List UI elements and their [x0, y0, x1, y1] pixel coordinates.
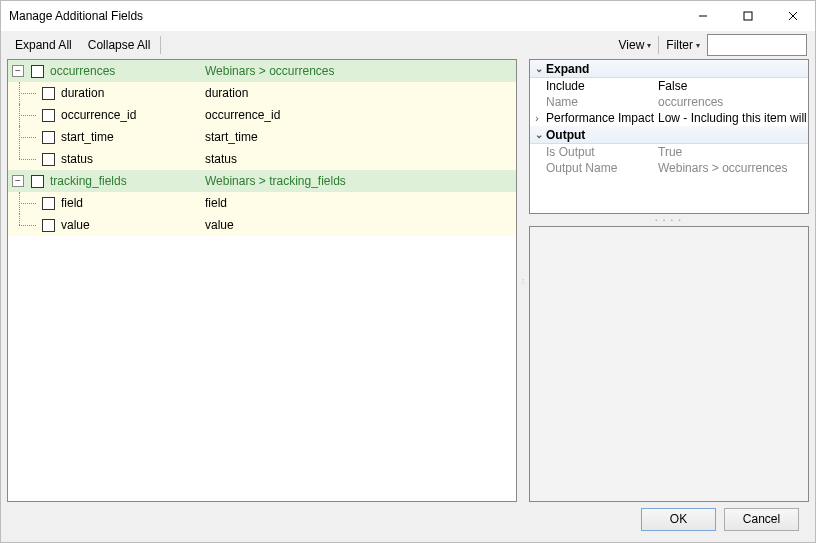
- checkbox[interactable]: [42, 109, 55, 122]
- window-controls: [680, 1, 815, 31]
- dialog-footer: OK Cancel: [7, 502, 809, 536]
- view-dropdown[interactable]: View ▾: [616, 35, 655, 55]
- checkbox[interactable]: [42, 219, 55, 232]
- property-grid[interactable]: ⌄ Expand Include False Name occurrences: [529, 59, 809, 214]
- collapse-all-button[interactable]: Collapse All: [82, 35, 157, 55]
- tree-group-occurrences[interactable]: − occurrences Webinars > occurrences: [8, 60, 516, 82]
- ok-button[interactable]: OK: [641, 508, 716, 531]
- maximize-icon: [743, 11, 753, 21]
- property-row-output-name[interactable]: Output Name Webinars > occurrences: [530, 160, 808, 176]
- filter-label: Filter: [666, 38, 693, 52]
- tree-item-label: field: [61, 196, 83, 210]
- property-value: occurrences: [656, 95, 808, 109]
- horizontal-splitter[interactable]: • • • •: [529, 218, 809, 222]
- chevron-down-icon[interactable]: ⌄: [532, 129, 546, 140]
- checkbox[interactable]: [31, 175, 44, 188]
- filter-dropdown[interactable]: Filter ▾: [663, 35, 703, 55]
- property-section-output[interactable]: ⌄ Output: [530, 126, 808, 144]
- tree-item-label: status: [61, 152, 93, 166]
- dialog-manage-additional-fields: Manage Additional Fields Expand All Coll…: [0, 0, 816, 543]
- minimize-button[interactable]: [680, 1, 725, 31]
- checkbox[interactable]: [42, 153, 55, 166]
- tree-item-status[interactable]: status status: [8, 148, 516, 170]
- caret-down-icon: ▾: [696, 41, 700, 50]
- tree-item-label: duration: [61, 86, 104, 100]
- close-icon: [788, 11, 798, 21]
- expand-all-button[interactable]: Expand All: [9, 35, 78, 55]
- tree-group-tracking-fields[interactable]: − tracking_fields Webinars > tracking_fi…: [8, 170, 516, 192]
- property-key: Is Output: [544, 145, 656, 159]
- tree-item-start-time[interactable]: start_time start_time: [8, 126, 516, 148]
- property-row-performance-impact[interactable]: › Performance Impact Low - Including thi…: [530, 110, 808, 126]
- svg-rect-1: [744, 12, 752, 20]
- tree-item-path: field: [205, 196, 516, 210]
- checkbox[interactable]: [42, 87, 55, 100]
- tree-item-duration[interactable]: duration duration: [8, 82, 516, 104]
- property-value: Webinars > occurrences: [656, 161, 808, 175]
- minimize-icon: [698, 11, 708, 21]
- toolbar: Expand All Collapse All View ▾ Filter ▾: [7, 33, 809, 57]
- description-pane: [529, 226, 809, 502]
- chevron-down-icon[interactable]: ⌄: [532, 63, 546, 74]
- window-title: Manage Additional Fields: [9, 9, 143, 23]
- close-button[interactable]: [770, 1, 815, 31]
- right-column: ⌄ Expand Include False Name occurrences: [529, 59, 809, 502]
- tree-group-path: Webinars > tracking_fields: [205, 174, 516, 188]
- property-key: Performance Impact: [544, 111, 656, 125]
- tree-item-occurrence-id[interactable]: occurrence_id occurrence_id: [8, 104, 516, 126]
- toolbar-separator: [160, 36, 161, 54]
- property-key: Name: [544, 95, 656, 109]
- chevron-right-icon[interactable]: ›: [530, 113, 544, 124]
- tree-item-path: duration: [205, 86, 516, 100]
- tree-item-label: occurrence_id: [61, 108, 136, 122]
- property-key: Include: [544, 79, 656, 93]
- tree-item-label: start_time: [61, 130, 114, 144]
- tree-item-value[interactable]: value value: [8, 214, 516, 236]
- tree-item-label: value: [61, 218, 90, 232]
- property-section-label: Expand: [546, 62, 589, 76]
- tree-item-path: status: [205, 152, 516, 166]
- ok-label: OK: [670, 512, 687, 526]
- property-row-name[interactable]: Name occurrences: [530, 94, 808, 110]
- property-value: True: [656, 145, 808, 159]
- tree-group-label: occurrences: [50, 64, 115, 78]
- checkbox[interactable]: [42, 131, 55, 144]
- client-area: Expand All Collapse All View ▾ Filter ▾: [1, 31, 815, 542]
- property-section-expand[interactable]: ⌄ Expand: [530, 60, 808, 78]
- cancel-label: Cancel: [743, 512, 780, 526]
- property-key: Output Name: [544, 161, 656, 175]
- filter-input[interactable]: [707, 34, 807, 56]
- vertical-splitter[interactable]: ⋮: [521, 59, 525, 502]
- tree-group-label: tracking_fields: [50, 174, 127, 188]
- property-row-is-output[interactable]: Is Output True: [530, 144, 808, 160]
- checkbox[interactable]: [42, 197, 55, 210]
- property-value: Low - Including this item will have: [656, 111, 808, 125]
- view-label: View: [619, 38, 645, 52]
- tree-group-path: Webinars > occurrences: [205, 64, 516, 78]
- cancel-button[interactable]: Cancel: [724, 508, 799, 531]
- toolbar-separator: [658, 36, 659, 54]
- checkbox[interactable]: [31, 65, 44, 78]
- tree-item-path: occurrence_id: [205, 108, 516, 122]
- property-section-label: Output: [546, 128, 585, 142]
- fields-tree[interactable]: − occurrences Webinars > occurrences dur…: [7, 59, 517, 502]
- expander-minus-icon[interactable]: −: [12, 65, 24, 77]
- maximize-button[interactable]: [725, 1, 770, 31]
- caret-down-icon: ▾: [647, 41, 651, 50]
- body: − occurrences Webinars > occurrences dur…: [7, 59, 809, 502]
- tree-item-path: start_time: [205, 130, 516, 144]
- tree-item-field[interactable]: field field: [8, 192, 516, 214]
- property-value[interactable]: False: [656, 79, 808, 93]
- titlebar: Manage Additional Fields: [1, 1, 815, 31]
- expander-minus-icon[interactable]: −: [12, 175, 24, 187]
- tree-item-path: value: [205, 218, 516, 232]
- property-row-include[interactable]: Include False: [530, 78, 808, 94]
